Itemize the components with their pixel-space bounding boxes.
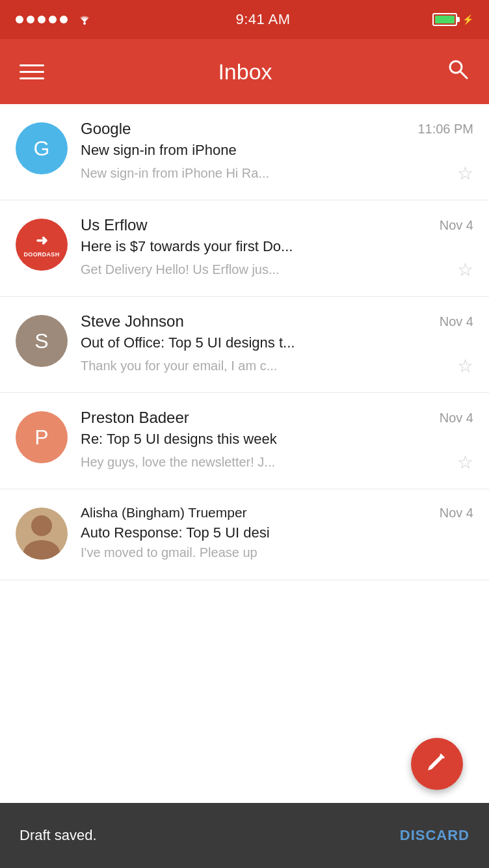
battery-icon — [432, 13, 457, 26]
signal-dot-4 — [49, 16, 57, 23]
email-item[interactable]: G Google 11:06 PM New sign-in from iPhon… — [0, 104, 489, 200]
wifi-icon — [75, 12, 94, 28]
email-subject: Here is $7 towards your first Do... — [81, 238, 473, 255]
email-subject: Auto Response: Top 5 UI desi — [81, 524, 473, 541]
bottom-bar: Draft saved. DISCARD — [0, 803, 489, 868]
email-preview-row: Get Delivery Hello! Us Erflow jus... ☆ — [81, 259, 473, 280]
sender-name: Google — [81, 120, 131, 138]
status-right: ⚡ — [432, 13, 473, 26]
status-left — [16, 12, 94, 28]
star-button[interactable]: ☆ — [457, 452, 473, 473]
avatar-letter: P — [34, 426, 48, 450]
email-time: Nov 4 — [440, 411, 473, 426]
email-header-row: Google 11:06 PM — [81, 120, 473, 138]
sender-name: Alisha (Bingham) Truemper — [81, 505, 247, 521]
email-list: G Google 11:06 PM New sign-in from iPhon… — [0, 104, 489, 580]
email-content: Steve Johnson Nov 4 Out of Office: Top 5… — [81, 312, 473, 377]
email-time: Nov 4 — [440, 506, 473, 521]
person-avatar-svg — [16, 508, 68, 560]
email-header-row: Alisha (Bingham) Truemper Nov 4 — [81, 505, 473, 521]
email-item[interactable]: S Steve Johnson Nov 4 Out of Office: Top… — [0, 297, 489, 393]
email-time: 11:06 PM — [417, 122, 473, 137]
email-content: Alisha (Bingham) Truemper Nov 4 Auto Res… — [81, 505, 473, 560]
battery-fill — [435, 16, 455, 23]
signal-dot-2 — [27, 16, 34, 23]
avatar-letter: G — [34, 137, 50, 161]
email-time: Nov 4 — [440, 314, 473, 329]
doordash-arrow-icon: ➜ — [36, 232, 48, 249]
bolt-icon: ⚡ — [462, 14, 473, 25]
email-header-row: Us Erflow Nov 4 — [81, 216, 473, 234]
email-header-row: Preston Badeer Nov 4 — [81, 409, 473, 427]
email-content: Google 11:06 PM New sign-in from iPhone … — [81, 120, 473, 184]
signal-dot-1 — [16, 16, 23, 23]
email-preview: I've moved to gmail. Please up — [81, 545, 473, 560]
email-content: Preston Badeer Nov 4 Re: Top 5 UI design… — [81, 409, 473, 473]
email-item[interactable]: Alisha (Bingham) Truemper Nov 4 Auto Res… — [0, 489, 489, 580]
email-preview: Get Delivery Hello! Us Erflow jus... — [81, 262, 451, 277]
email-subject: New sign-in from iPhone — [81, 142, 473, 159]
search-button[interactable] — [446, 57, 469, 86]
compose-button[interactable] — [411, 738, 463, 790]
email-header-row: Steve Johnson Nov 4 — [81, 312, 473, 331]
menu-line-2 — [20, 71, 44, 73]
sender-name: Us Erflow — [81, 216, 148, 234]
email-content: Us Erflow Nov 4 Here is $7 towards your … — [81, 216, 473, 280]
svg-point-4 — [23, 540, 60, 560]
doordash-text: DOORDASH — [24, 251, 60, 258]
avatar: ➜ DOORDASH — [16, 219, 68, 271]
email-preview: Hey guys, love the newsletter! J... — [81, 455, 451, 470]
compose-pencil-icon — [425, 750, 449, 778]
svg-point-0 — [83, 22, 86, 25]
avatar-letter: S — [34, 329, 48, 353]
signal-dot-3 — [38, 16, 46, 23]
svg-line-2 — [460, 72, 467, 78]
inbox-title: Inbox — [218, 59, 272, 85]
avatar — [16, 508, 68, 560]
star-button[interactable]: ☆ — [457, 163, 473, 184]
status-time: 9:41 AM — [235, 11, 290, 28]
menu-line-3 — [20, 77, 44, 79]
email-preview: New sign-in from iPhone Hi Ra... — [81, 166, 451, 181]
email-preview-row: Hey guys, love the newsletter! J... ☆ — [81, 452, 473, 473]
svg-point-3 — [31, 515, 52, 536]
status-bar: 9:41 AM ⚡ — [0, 0, 489, 39]
email-preview-row: Thank you for your email, I am c... ☆ — [81, 355, 473, 377]
app-header: Inbox — [0, 39, 489, 104]
email-subject: Re: Top 5 UI designs this week — [81, 431, 473, 448]
avatar: G — [16, 122, 68, 174]
email-item[interactable]: ➜ DOORDASH Us Erflow Nov 4 Here is $7 to… — [0, 200, 489, 297]
sender-name: Preston Badeer — [81, 409, 189, 427]
discard-button[interactable]: DISCARD — [400, 827, 469, 844]
email-subject: Out of Office: Top 5 UI designs t... — [81, 334, 473, 351]
avatar: S — [16, 315, 68, 367]
email-preview-row: New sign-in from iPhone Hi Ra... ☆ — [81, 163, 473, 184]
menu-button[interactable] — [20, 64, 44, 79]
signal-dots — [16, 16, 68, 23]
email-item[interactable]: P Preston Badeer Nov 4 Re: Top 5 UI desi… — [0, 393, 489, 489]
avatar: P — [16, 411, 68, 463]
email-preview-row: I've moved to gmail. Please up — [81, 545, 473, 560]
sender-name: Steve Johnson — [81, 312, 184, 331]
draft-saved-text: Draft saved. — [20, 827, 97, 844]
email-time: Nov 4 — [440, 218, 473, 233]
star-button[interactable]: ☆ — [457, 355, 473, 377]
menu-line-1 — [20, 64, 44, 66]
star-button[interactable]: ☆ — [457, 259, 473, 280]
email-preview: Thank you for your email, I am c... — [81, 359, 451, 373]
signal-dot-5 — [60, 16, 68, 23]
